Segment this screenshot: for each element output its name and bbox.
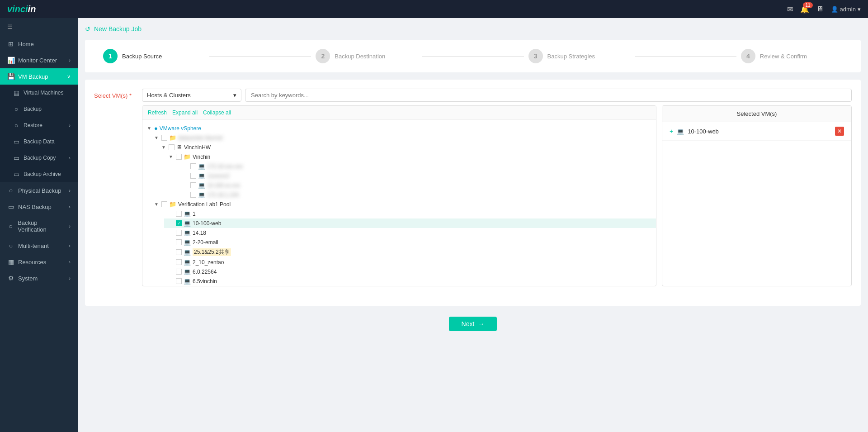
- vm-10-100-web-row[interactable]: 💻 10-100-web: [164, 218, 656, 228]
- blurred-vm1-checkbox[interactable]: [190, 163, 196, 169]
- backup-copy-icon: ▭: [13, 154, 20, 161]
- sidebar-item-backup-data[interactable]: ▭ Backup Data: [0, 133, 78, 150]
- sidebar-item-backup-copy[interactable]: ▭ Backup Copy ›: [0, 150, 78, 166]
- next-arrow-icon: →: [478, 320, 484, 328]
- sidebar-item-multi-tenant[interactable]: ○ Multi-tenant ›: [0, 237, 78, 254]
- tree-node-vinchin-row[interactable]: ▼ 📁 Vinchin: [164, 152, 656, 161]
- tree-node-blurred-vm4: 💻 172.16.1.104: [164, 190, 656, 199]
- vm-6-5-vinchin-checkbox[interactable]: [176, 278, 182, 284]
- selected-vm-remove-button-1[interactable]: ✕: [835, 127, 844, 136]
- vm-25-checkbox[interactable]: [176, 249, 182, 255]
- sidebar-item-resources[interactable]: ▦ Resources ›: [0, 254, 78, 270]
- vm-25-row[interactable]: 💻 25.1&25.2共享: [164, 247, 656, 257]
- sidebar-item-backup-archive[interactable]: ▭ Backup Archive: [0, 166, 78, 182]
- sidebar-item-home[interactable]: ⊞ Home: [0, 36, 78, 52]
- selected-vm-item-1: + 💻 10-100-web ✕: [662, 122, 851, 141]
- vsphere-expand-icon[interactable]: ▼: [146, 125, 152, 132]
- hosts-clusters-dropdown[interactable]: Hosts & Clusters ▾: [142, 89, 241, 102]
- steps-container: 1 Backup Source 2 Backup Destination 3 B…: [85, 40, 861, 72]
- collapse-all-button[interactable]: Collapse all: [203, 109, 231, 116]
- vm-6-0-22564-row[interactable]: 💻 6.0.22564: [164, 267, 656, 276]
- backup-archive-icon: ▭: [13, 171, 20, 178]
- vinchinHW-expand-icon[interactable]: ▼: [160, 144, 167, 151]
- sidebar-item-virtual-machines[interactable]: ▦ Virtual Machines: [0, 85, 78, 101]
- search-input[interactable]: [245, 89, 852, 102]
- vm-1-checkbox[interactable]: [176, 211, 182, 217]
- monitor-icon[interactable]: 🖥: [816, 5, 824, 13]
- virtual-machines-icon: ▦: [13, 89, 20, 96]
- monitor-center-icon: 📊: [7, 57, 14, 64]
- datacenter-icon: 📁: [169, 134, 176, 141]
- vinchinHW-checkbox[interactable]: [169, 144, 175, 150]
- vinchin-checkbox[interactable]: [176, 154, 182, 160]
- expand-all-button[interactable]: Expand all: [172, 109, 198, 116]
- tree-node-vm-25: 💻 25.1&25.2共享: [150, 247, 656, 257]
- tree-node-datacenter-row[interactable]: ▼ 📁 datacenter-blurred: [150, 133, 656, 142]
- multi-tenant-chevron-icon: ›: [69, 243, 71, 248]
- tree-node-vm-2-20-email: 💻 2-20-email: [150, 237, 656, 247]
- vm-1-row[interactable]: 💻 1: [164, 209, 656, 218]
- vm-2-20-email-row[interactable]: 💻 2-20-email: [164, 237, 656, 247]
- sidebar-toggle[interactable]: ☰: [0, 18, 78, 36]
- vm-6-5-vinchin-row[interactable]: 💻 6.5vinchin: [164, 276, 656, 286]
- blurred-vm1-row[interactable]: 💻 172.16.xxx.xxx: [179, 161, 656, 171]
- physical-backup-chevron-icon: ›: [69, 188, 71, 193]
- verif-pool-expand-icon[interactable]: ▼: [153, 201, 160, 208]
- vm-14-18-checkbox[interactable]: [176, 230, 182, 236]
- blurred-vm4-checkbox[interactable]: [190, 192, 196, 198]
- blurred-vm4-icon: 💻: [198, 191, 205, 198]
- vm-25-label: 25.1&25.2共享: [193, 248, 231, 256]
- blurred-vm3-icon: 💻: [198, 182, 205, 189]
- sidebar-item-system[interactable]: ⚙ System ›: [0, 270, 78, 286]
- blurred-vm2-row[interactable]: 💻 1xxxxxx2: [179, 171, 656, 180]
- sidebar-item-backup[interactable]: ○ Backup: [0, 101, 78, 117]
- refresh-tree-button[interactable]: Refresh: [148, 109, 167, 116]
- tree-toolbar: Refresh Expand all Collapse all: [142, 106, 656, 120]
- messages-icon[interactable]: ✉: [787, 5, 793, 14]
- app-logo: vinciin: [7, 4, 36, 14]
- sidebar-item-backup-verification[interactable]: ○ Backup Verification ›: [0, 215, 78, 237]
- tree-node-vm-6-5-vinchin: 💻 6.5vinchin: [150, 276, 656, 286]
- step-1-circle: 1: [103, 49, 118, 63]
- backup-verification-chevron-icon: ›: [69, 223, 71, 229]
- blurred-vm4-expand: [182, 192, 189, 198]
- blurred-vm3-checkbox[interactable]: [190, 182, 196, 188]
- sidebar-item-vm-backup[interactable]: 💾 VM Backup ∨: [0, 68, 78, 85]
- blurred-vm3-row[interactable]: 💻 10.100.xx.xxx: [179, 180, 656, 190]
- step-4: 4 Review & Confirm: [741, 49, 843, 63]
- datacenter-checkbox[interactable]: [161, 135, 167, 141]
- vm-2-10-zentao-checkbox[interactable]: [176, 259, 182, 265]
- system-icon: ⚙: [7, 275, 14, 282]
- vinchin-expand-icon[interactable]: ▼: [168, 154, 174, 160]
- sidebar-item-monitor-center[interactable]: 📊 Monitor Center ›: [0, 52, 78, 68]
- datacenter-expand-icon[interactable]: ▼: [153, 135, 160, 141]
- selected-vm-add-icon: +: [670, 128, 673, 135]
- resources-icon: ▦: [7, 258, 14, 266]
- tree-node-verif-pool-row[interactable]: ▼ 📁 Verification Lab1 Pool: [150, 199, 656, 209]
- vm-2-20-email-checkbox[interactable]: [176, 239, 182, 245]
- sidebar-item-physical-backup[interactable]: ○ Physical Backup ›: [0, 182, 78, 199]
- vm-10-100-web-checkbox[interactable]: [176, 220, 182, 226]
- vm-2-10-zentao-row[interactable]: 💻 2_10_zentao: [164, 257, 656, 267]
- tree-view: ▼ ● VMware vSphere ▼: [142, 120, 656, 286]
- next-button[interactable]: Next →: [449, 317, 497, 331]
- sidebar-item-nas-backup[interactable]: ▭ NAS Backup ›: [0, 199, 78, 215]
- blurred-vm3-label: 10.100.xx.xxx: [207, 182, 240, 189]
- vm-14-18-row[interactable]: 💻 14.18: [164, 228, 656, 237]
- verif-pool-checkbox[interactable]: [161, 201, 167, 207]
- tree-node-blurred-vm2: 💻 1xxxxxx2: [164, 171, 656, 180]
- blurred-vm4-row[interactable]: 💻 172.16.1.104: [179, 190, 656, 199]
- blurred-vm2-checkbox[interactable]: [190, 173, 196, 179]
- selected-vms-header: Selected VM(s): [662, 106, 851, 122]
- tree-node-vsphere: ▼ ● VMware vSphere ▼: [142, 123, 656, 286]
- vm-2-10-zentao-label: 2_10_zentao: [193, 259, 224, 266]
- notifications-icon[interactable]: 🔔 11: [800, 5, 809, 14]
- blurred-vm2-icon: 💻: [198, 172, 205, 179]
- vm-6-0-22564-checkbox[interactable]: [176, 269, 182, 275]
- nas-backup-chevron-icon: ›: [69, 204, 71, 209]
- tree-node-vinchinHW-row[interactable]: ▼ 🖥 VinchinHW: [157, 142, 656, 152]
- user-menu[interactable]: 👤 admin ▾: [831, 6, 861, 13]
- tree-node-vsphere-row[interactable]: ▼ ● VMware vSphere: [142, 123, 656, 133]
- sidebar-item-restore[interactable]: ○ Restore ›: [0, 117, 78, 133]
- selected-vm-icon-1: 💻: [677, 128, 684, 135]
